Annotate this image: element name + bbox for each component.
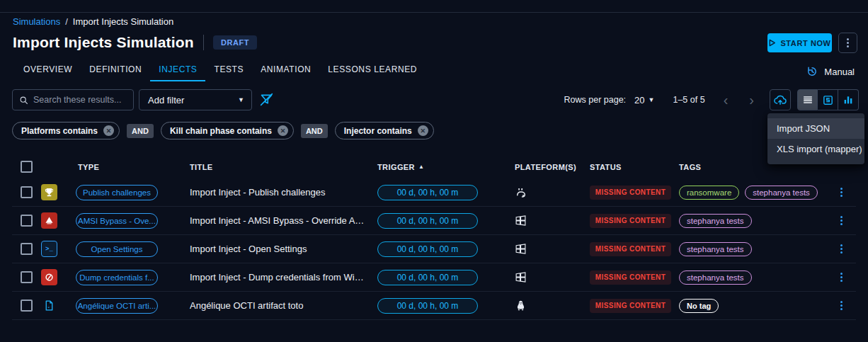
breadcrumb-current: Import Injects Simulation (73, 16, 173, 27)
status-badge: MISSING CONTENT (590, 214, 671, 228)
row-checkbox[interactable] (21, 300, 33, 312)
status-badge-draft: DRAFT (213, 35, 257, 50)
linux-platform-icon (515, 300, 527, 312)
injects-table: TYPE TITLE TRIGGER ▲ PLATEFORM(S) STATUS… (12, 155, 856, 320)
search-box (12, 89, 134, 110)
row-checkbox[interactable] (21, 243, 33, 255)
tab-animation[interactable]: ANIMATION (252, 62, 319, 81)
table-row[interactable]: Angélique OCTI arti... Angélique OCTI ar… (12, 292, 856, 320)
menu-item-import-json[interactable]: Import JSON (767, 118, 864, 139)
tab-overview[interactable]: OVERVIEW (15, 62, 81, 81)
inject-type-chip: AMSI Bypass - Ove... (76, 213, 158, 229)
remove-filter-icon[interactable]: ✕ (103, 125, 114, 136)
trophy-challenge-icon (41, 184, 57, 200)
update-mode-toggle[interactable]: Manual (806, 65, 855, 78)
next-page-button[interactable]: › (749, 93, 754, 107)
filter-operator[interactable]: AND (301, 124, 328, 138)
simulation-injects-page: Simulations / Import Injects Simulation … (0, 0, 868, 342)
chart-view-button[interactable] (838, 89, 859, 110)
row-menu-button[interactable] (838, 185, 845, 200)
table-body: Publish challenges Import Inject - Publi… (12, 178, 856, 320)
inject-type-chip: Dump credentials f... (76, 270, 158, 285)
tab-tests[interactable]: TESTS (205, 62, 252, 81)
column-header-title[interactable]: TITLE (184, 163, 368, 171)
inject-title: Import Inject - Publish challenges (184, 187, 368, 198)
play-icon (768, 39, 776, 47)
page-title: Import Injects Simulation (13, 34, 194, 51)
bar-chart-icon (843, 94, 854, 106)
trigger-chip: 00 d, 00 h, 00 m (377, 185, 478, 200)
status-badge: MISSING CONTENT (590, 299, 671, 313)
table-row[interactable]: >_ Open Settings Import Inject - Open Se… (12, 235, 856, 263)
breadcrumb-simulations-link[interactable]: Simulations (13, 16, 60, 27)
search-input[interactable] (33, 95, 127, 105)
row-menu-button[interactable] (838, 213, 845, 228)
row-menu-button[interactable] (838, 298, 845, 313)
rows-per-page-label: Rows per page: (564, 95, 627, 105)
tag-chip: stephanya tests (679, 242, 752, 256)
tab-injects[interactable]: INJECTS (150, 62, 205, 81)
row-menu-button[interactable] (838, 270, 845, 285)
list-view-icon (802, 94, 813, 106)
sort-asc-icon: ▲ (418, 164, 424, 170)
windows-platform-icon (515, 243, 527, 255)
appbar-divider (0, 12, 868, 13)
page-header: Import Injects Simulation DRAFT (13, 34, 257, 51)
remove-filter-icon[interactable]: ✕ (418, 125, 428, 136)
filter-chip-label: Injector contains (344, 126, 412, 136)
table-row[interactable]: Publish challenges Import Inject - Publi… (12, 178, 856, 207)
inject-type-chip: Open Settings (76, 241, 158, 257)
table-row[interactable]: Dump credentials f... Import Inject - Du… (12, 263, 856, 292)
list-view-button[interactable] (797, 89, 818, 110)
header-more-menu-button[interactable] (838, 33, 857, 53)
rows-per-page-select[interactable]: 20 ▼ (634, 95, 654, 106)
active-filters: Platforms contains ✕ AND Kill chain phas… (12, 122, 434, 139)
filter-chip-injector[interactable]: Injector contains ✕ (335, 122, 434, 139)
chevron-down-icon: ▼ (238, 96, 244, 103)
row-checkbox[interactable] (21, 271, 33, 283)
row-menu-button[interactable] (838, 241, 845, 256)
filter-chip-kill-chain-phase[interactable]: Kill chain phase contains ✕ (161, 122, 294, 139)
status-badge: MISSING CONTENT (590, 270, 671, 285)
column-header-trigger-label: TRIGGER (377, 163, 415, 171)
tab-lessons-learned[interactable]: LESSONS LEARNED (319, 62, 426, 81)
trigger-chip: 00 d, 00 h, 00 m (377, 270, 478, 285)
kebab-icon (847, 38, 849, 47)
column-header-type[interactable]: TYPE (71, 163, 184, 171)
add-filter-select[interactable]: Add filter ▼ (139, 89, 252, 110)
windows-platform-icon (515, 215, 527, 227)
inject-title: Import Inject - Open Settings (184, 244, 368, 254)
tab-bar: OVERVIEW DEFINITION INJECTS TESTS ANIMAT… (15, 62, 426, 81)
status-badge: MISSING CONTENT (590, 186, 671, 200)
column-header-trigger[interactable]: TRIGGER ▲ (368, 163, 504, 171)
distribution-view-button[interactable] (818, 89, 838, 110)
select-all-checkbox[interactable] (21, 161, 33, 173)
windows-platform-icon (515, 271, 527, 283)
remove-filter-icon[interactable]: ✕ (278, 125, 288, 136)
filter-operator[interactable]: AND (127, 124, 154, 138)
tag-chip: stephanya tests (679, 214, 752, 228)
tab-definition[interactable]: DEFINITION (81, 62, 150, 81)
import-button[interactable] (770, 89, 791, 110)
filter-chip-platforms[interactable]: Platforms contains ✕ (12, 122, 120, 139)
start-now-button[interactable]: START NOW (767, 33, 832, 52)
inject-title: Angélique OCTI artifact toto (184, 300, 368, 311)
previous-page-button[interactable]: ‹ (724, 93, 729, 107)
atomic-red-team-injector-icon (41, 269, 57, 285)
tag-chip: stephanya tests (745, 186, 818, 200)
search-icon (19, 95, 28, 106)
add-filter-label: Add filter (148, 95, 184, 106)
menu-item-xls-import[interactable]: XLS import (mapper) (767, 139, 864, 159)
filter-chip-label: Platforms contains (21, 126, 98, 136)
cloud-upload-icon (773, 93, 787, 107)
clear-filters-button[interactable] (259, 92, 274, 107)
column-header-platforms[interactable]: PLATEFORM(S) (504, 163, 581, 171)
column-header-status[interactable]: STATUS (581, 163, 674, 171)
row-checkbox[interactable] (21, 215, 33, 227)
filter-chip-label: Kill chain phase contains (170, 126, 272, 136)
status-badge: MISSING CONTENT (590, 242, 671, 256)
table-controls: Rows per page: 20 ▼ 1–5 of 5 ‹ › (564, 89, 859, 110)
table-row[interactable]: AMSI Bypass - Ove... Import Inject - AMS… (12, 207, 856, 235)
row-checkbox[interactable] (21, 186, 33, 198)
command-injector-icon: >_ (41, 241, 57, 257)
